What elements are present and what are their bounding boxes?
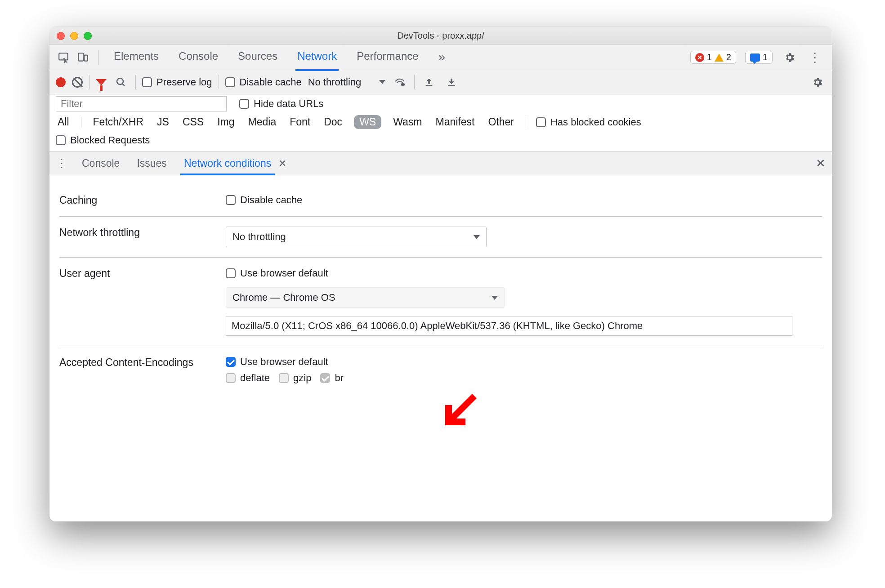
svg-point-5: [402, 83, 404, 86]
warning-icon: [715, 53, 724, 62]
filter-bar: Hide data URLs All Fetch/XHR JS CSS Img …: [49, 94, 832, 152]
drawer-tab-issues[interactable]: Issues: [135, 152, 168, 175]
preserve-log-label: Preserve log: [156, 76, 212, 88]
network-throttling-row: Network throttling No throttling: [59, 217, 822, 258]
device-toolbar-icon[interactable]: [75, 49, 91, 66]
chevron-down-icon: [379, 80, 385, 84]
hide-data-urls-label: Hide data URLs: [254, 98, 323, 110]
chevron-down-icon: [492, 296, 498, 300]
ua-use-default-checkbox[interactable]: Use browser default: [226, 267, 328, 279]
enc-use-default-checkbox[interactable]: Use browser default: [226, 356, 328, 368]
chevron-down-icon: [474, 235, 480, 239]
preserve-log-checkbox[interactable]: Preserve log: [142, 76, 212, 88]
user-agent-row: User agent Use browser default Chrome — …: [59, 258, 822, 346]
user-agent-select-value: Chrome — Chrome OS: [232, 292, 335, 303]
enc-use-default-label: Use browser default: [240, 356, 328, 368]
type-manifest[interactable]: Manifest: [434, 115, 477, 129]
tab-console[interactable]: Console: [177, 45, 220, 71]
filter-toggle-icon[interactable]: [96, 79, 107, 85]
network-toolbar: Preserve log Disable cache No throttling: [49, 70, 832, 94]
content-encodings-row: Accepted Content-Encodings Use browser d…: [59, 346, 822, 394]
kebab-menu-icon[interactable]: ⋮: [807, 49, 823, 66]
user-agent-label: User agent: [59, 267, 226, 280]
drawer-tabs: ⋮ Console Issues Network conditions ✕ ✕: [49, 152, 832, 175]
tab-performance[interactable]: Performance: [355, 45, 420, 71]
network-throttling-value: No throttling: [232, 231, 286, 243]
enc-deflate-checkbox[interactable]: deflate: [226, 372, 270, 384]
enc-br-checkbox[interactable]: br: [320, 372, 344, 384]
caching-label: Caching: [59, 194, 226, 206]
close-drawer-icon[interactable]: ✕: [816, 156, 826, 170]
error-icon: ✕: [695, 53, 704, 62]
tab-network[interactable]: Network: [295, 45, 339, 71]
type-ws[interactable]: WS: [354, 115, 381, 129]
errors-warnings-pill[interactable]: ✕ 1 2: [690, 51, 736, 64]
download-har-icon[interactable]: [443, 74, 460, 90]
type-img[interactable]: Img: [215, 115, 236, 129]
network-panel-settings-icon[interactable]: [809, 74, 826, 90]
close-window-button[interactable]: [57, 32, 65, 40]
record-button[interactable]: [56, 77, 66, 87]
type-other[interactable]: Other: [486, 115, 516, 129]
blocked-requests-checkbox[interactable]: Blocked Requests: [56, 134, 150, 146]
warning-count: 2: [726, 52, 731, 62]
close-tab-icon[interactable]: ✕: [278, 158, 286, 169]
tab-sources[interactable]: Sources: [236, 45, 279, 71]
titlebar: DevTools - proxx.app/: [49, 27, 832, 45]
blocked-requests-label: Blocked Requests: [70, 134, 150, 146]
svg-rect-0: [59, 53, 68, 60]
filter-input[interactable]: [56, 96, 227, 111]
user-agent-string-input[interactable]: Mozilla/5.0 (X11; CrOS x86_64 10066.0.0)…: [226, 316, 792, 336]
window-title: DevTools - proxx.app/: [49, 31, 832, 41]
upload-har-icon[interactable]: [421, 74, 437, 90]
enc-gzip-label: gzip: [293, 372, 311, 384]
type-js[interactable]: JS: [155, 115, 171, 129]
enc-deflate-label: deflate: [240, 372, 270, 384]
type-fetchxhr[interactable]: Fetch/XHR: [91, 115, 145, 129]
minimize-window-button[interactable]: [70, 32, 78, 40]
type-wasm[interactable]: Wasm: [391, 115, 424, 129]
network-throttling-select[interactable]: No throttling: [226, 227, 487, 247]
hide-data-urls-checkbox[interactable]: Hide data URLs: [239, 98, 323, 110]
inspect-element-icon[interactable]: [56, 49, 72, 66]
network-throttling-label: Network throttling: [59, 227, 226, 239]
clear-button[interactable]: [72, 77, 83, 88]
devtools-window: DevTools - proxx.app/ Elements Console S…: [49, 27, 832, 521]
issues-pill[interactable]: 1: [745, 51, 773, 64]
panel-tabs: Elements Console Sources Network Perform…: [112, 45, 447, 71]
has-blocked-cookies-checkbox[interactable]: Has blocked cookies: [536, 116, 641, 128]
network-conditions-panel: Caching Disable cache Network throttling…: [49, 175, 832, 521]
throttling-dropdown[interactable]: No throttling: [308, 76, 386, 88]
disable-cache-panel-label: Disable cache: [240, 194, 302, 206]
disable-cache-panel-checkbox[interactable]: Disable cache: [226, 194, 302, 206]
network-settings-icon[interactable]: [392, 74, 408, 90]
error-count: 1: [707, 52, 712, 62]
type-all[interactable]: All: [56, 115, 71, 129]
tab-elements[interactable]: Elements: [112, 45, 161, 71]
zoom-window-button[interactable]: [84, 32, 92, 40]
tab-more[interactable]: »: [437, 45, 447, 71]
caching-row: Caching Disable cache: [59, 184, 822, 217]
type-font[interactable]: Font: [288, 115, 312, 129]
svg-rect-1: [78, 53, 83, 61]
type-doc[interactable]: Doc: [322, 115, 344, 129]
resource-type-tabs: All Fetch/XHR JS CSS Img Media Font Doc …: [56, 115, 826, 129]
disable-cache-label: Disable cache: [240, 76, 302, 88]
type-media[interactable]: Media: [246, 115, 278, 129]
drawer-tab-console[interactable]: Console: [80, 152, 121, 175]
drawer-menu-icon[interactable]: ⋮: [56, 156, 67, 170]
search-icon[interactable]: [113, 74, 129, 90]
svg-line-4: [122, 84, 125, 86]
has-blocked-cookies-label: Has blocked cookies: [550, 116, 641, 128]
status-area: ✕ 1 2 1 ⋮: [690, 49, 823, 66]
disable-cache-checkbox[interactable]: Disable cache: [225, 76, 302, 88]
type-css[interactable]: CSS: [181, 115, 206, 129]
drawer-tab-network-conditions[interactable]: Network conditions: [182, 152, 273, 175]
settings-icon[interactable]: [782, 49, 798, 66]
user-agent-string-value: Mozilla/5.0 (X11; CrOS x86_64 10066.0.0)…: [232, 320, 643, 332]
content-encodings-label: Accepted Content-Encodings: [59, 356, 226, 370]
issues-icon: [750, 53, 760, 62]
user-agent-select[interactable]: Chrome — Chrome OS: [226, 287, 505, 308]
enc-gzip-checkbox[interactable]: gzip: [279, 372, 311, 384]
svg-rect-7: [448, 85, 455, 86]
